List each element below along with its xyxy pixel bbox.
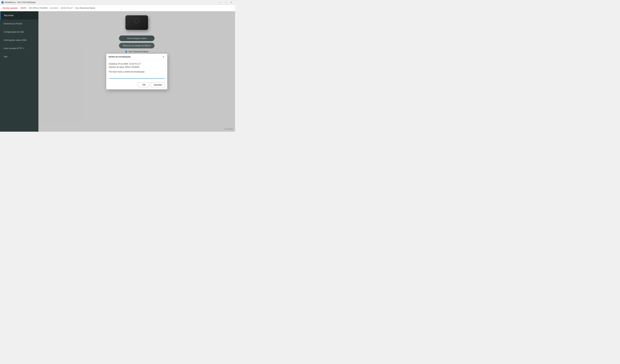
service-status: Serviço parado: [2, 7, 18, 9]
dialog-info: Endereço IP do HSM: 10.53.76.117 Número …: [109, 62, 165, 69]
maximize-button[interactable]: □: [223, 1, 228, 4]
sidebar-item-label: Configuração de rede: [4, 31, 24, 33]
mode-label: Non Restricted Mode: [75, 7, 95, 9]
ip-label: 10.53.76.117: [61, 7, 73, 9]
cancel-button[interactable]: Cancelar: [151, 82, 165, 87]
sidebar-item-label: Tela Inicial: [4, 14, 14, 17]
content-area: Sincronização online Retornar ao estado …: [38, 11, 235, 132]
dialog-close-button[interactable]: ✕: [162, 55, 165, 58]
sidebar-item-gerencia[interactable]: Gerência do Pocket: [0, 19, 38, 28]
title-bar-text: DINAMOcon - KEY-STATION\Nadia: [5, 1, 218, 3]
sidebar-item-sair[interactable]: Sair: [0, 52, 38, 61]
modal-overlay: Senha de inicialização ✕ Endereço IP do …: [38, 11, 235, 132]
dialog-body: Endereço IP do HSM: 10.53.76.117 Número …: [106, 60, 167, 81]
version-label: v.5.2.0.0: [50, 7, 58, 9]
minimize-button[interactable]: —: [218, 1, 223, 4]
sidebar-item-hsm[interactable]: Informações sobre HSM: [0, 36, 38, 44]
sidebar-item-label: Gerência do Pocket: [4, 22, 22, 25]
title-bar-controls: — □ ✕: [218, 1, 234, 4]
ip-info-label: Endereço IP do HSM: 10.53.76.117: [109, 63, 141, 65]
sidebar-item-tela-inicial[interactable]: Tela Inicial: [0, 11, 38, 19]
status-bar: Serviço parado (DMP) NS DPHL17010000 v.5…: [0, 5, 235, 11]
serial-info-label: Número de série: DPHL17010000: [109, 66, 139, 68]
external-link-icon: ⧉: [23, 47, 24, 49]
title-bar: DINAMOcon - KEY-STATION\Nadia — □ ✕: [0, 0, 235, 5]
dialog: Senha de inicialização ✕ Endereço IP do …: [106, 54, 168, 90]
password-input[interactable]: [109, 74, 165, 78]
close-button[interactable]: ✕: [229, 1, 234, 4]
sidebar-item-label: Informações sobre HSM: [4, 39, 26, 41]
sidebar: Tela Inicial Gerência do Pocket Configur…: [0, 11, 38, 132]
dmp-label: (DMP): [20, 7, 27, 9]
sidebar-item-label: Sair: [4, 55, 7, 58]
sidebar-item-label: Abrir console HTTP: [4, 47, 22, 49]
ok-button[interactable]: OK: [138, 82, 150, 87]
dialog-title-bar: Senha de inicialização ✕: [106, 54, 167, 60]
dialog-title: Senha de inicialização: [108, 56, 131, 58]
dialog-prompt-label: Por favor insira a senha de inicializaçã…: [109, 71, 165, 73]
dialog-footer: OK Cancelar: [106, 81, 167, 89]
ns-label: NS DPHL17010000: [29, 7, 47, 9]
app-icon: [1, 1, 4, 4]
sidebar-item-rede[interactable]: Configuração de rede: [0, 28, 38, 36]
sidebar-item-console[interactable]: Abrir console HTTP ⧉: [0, 44, 38, 52]
main-layout: Tela Inicial Gerência do Pocket Configur…: [0, 11, 235, 132]
